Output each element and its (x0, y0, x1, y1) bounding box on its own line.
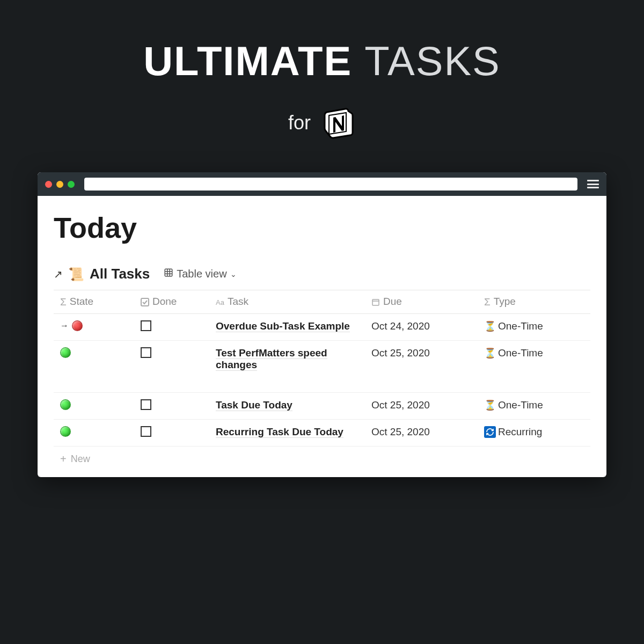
done-checkbox[interactable] (141, 426, 151, 437)
tasks-table: ΣState Done AaTask Due (54, 290, 590, 447)
hero-title: ULTIMATE TASKS (0, 38, 644, 84)
done-cell (134, 340, 209, 392)
chevron-down-icon: ⌄ (230, 270, 237, 279)
scroll-icon: 📜 (68, 267, 84, 282)
view-switcher[interactable]: Table view ⌄ (164, 268, 236, 280)
col-header-due[interactable]: Due (365, 290, 478, 314)
state-cell: → (54, 313, 134, 340)
svg-rect-0 (165, 269, 173, 276)
svg-rect-6 (372, 299, 379, 305)
state-cell (54, 392, 134, 419)
task-name: Test PerfMatters speed changes (216, 347, 327, 371)
table-header-row: ΣState Done AaTask Due (54, 290, 590, 314)
due-cell[interactable]: Oct 24, 2020 (365, 313, 478, 340)
due-cell[interactable]: Oct 25, 2020 (365, 392, 478, 419)
due-cell[interactable]: Oct 25, 2020 (365, 340, 478, 392)
col-header-type[interactable]: ΣType (478, 290, 590, 314)
checkbox-icon (141, 298, 149, 306)
done-checkbox[interactable] (141, 399, 151, 410)
task-name: Task Due Today (216, 399, 292, 411)
done-cell (134, 392, 209, 419)
type-cell: Recurring (478, 419, 590, 446)
sigma-icon: Σ (484, 296, 491, 308)
hourglass-icon: ⏳ (484, 399, 496, 411)
green-status-dot-icon (60, 426, 71, 437)
svg-rect-5 (141, 298, 149, 306)
hourglass-icon: ⏳ (484, 320, 496, 332)
state-cell (54, 340, 134, 392)
for-label: for (288, 112, 311, 134)
notion-page: Today ↗ 📜 All Tasks Table view ⌄ (38, 196, 606, 477)
table-row[interactable]: →Overdue Sub-Task ExampleOct 24, 2020⏳On… (54, 313, 590, 340)
task-cell[interactable]: Task Due Today (209, 392, 365, 419)
page-title: Today (54, 211, 590, 244)
task-name: Recurring Task Due Today (216, 426, 343, 438)
text-icon: Aa (216, 298, 224, 306)
task-cell[interactable]: Overdue Sub-Task Example (209, 313, 365, 340)
browser-titlebar (38, 172, 606, 196)
open-link-icon[interactable]: ↗ (54, 268, 63, 281)
col-header-state[interactable]: ΣState (54, 290, 134, 314)
hero: ULTIMATE TASKS for (0, 0, 644, 140)
database-header: ↗ 📜 All Tasks Table view ⌄ (54, 266, 590, 282)
done-checkbox[interactable] (141, 320, 151, 331)
col-header-done[interactable]: Done (134, 290, 209, 314)
database-title[interactable]: All Tasks (90, 266, 150, 282)
table-view-icon (164, 268, 173, 280)
traffic-lights (45, 181, 75, 188)
type-label: One-Time (498, 347, 543, 359)
type-label: Recurring (498, 426, 542, 438)
green-status-dot-icon (60, 399, 71, 410)
done-cell (134, 419, 209, 446)
view-label: Table view (177, 268, 226, 280)
calendar-icon (371, 298, 380, 306)
browser-window: Today ↗ 📜 All Tasks Table view ⌄ (38, 172, 606, 477)
type-label: One-Time (498, 399, 543, 411)
task-cell[interactable]: Recurring Task Due Today (209, 419, 365, 446)
task-name: Overdue Sub-Task Example (216, 320, 350, 332)
state-cell (54, 419, 134, 446)
table-row[interactable]: Recurring Task Due TodayOct 25, 2020Recu… (54, 419, 590, 446)
recurring-icon (484, 426, 496, 438)
new-row-button[interactable]: + New (54, 447, 590, 472)
maximize-dot-icon[interactable] (68, 181, 75, 188)
hero-title-thin: TASKS (364, 38, 501, 84)
done-checkbox[interactable] (141, 347, 151, 358)
hero-subline: for (0, 106, 644, 140)
hamburger-menu-icon[interactable] (587, 180, 599, 188)
col-header-task[interactable]: AaTask (209, 290, 365, 314)
subtask-arrow-icon: → (60, 321, 69, 331)
hero-title-bold: ULTIMATE (143, 38, 352, 84)
notion-logo-icon (321, 106, 356, 140)
table-row[interactable]: Task Due TodayOct 25, 2020⏳One-Time (54, 392, 590, 419)
due-cell[interactable]: Oct 25, 2020 (365, 419, 478, 446)
minimize-dot-icon[interactable] (56, 181, 63, 188)
type-cell: ⏳One-Time (478, 340, 590, 392)
type-label: One-Time (498, 320, 543, 332)
url-bar[interactable] (84, 178, 577, 191)
new-row-label: New (71, 453, 90, 465)
close-dot-icon[interactable] (45, 181, 52, 188)
sigma-icon: Σ (60, 296, 67, 308)
red-status-dot-icon (72, 320, 83, 331)
plus-icon: + (60, 453, 67, 465)
table-row[interactable]: Test PerfMatters speed changesOct 25, 20… (54, 340, 590, 392)
hourglass-icon: ⏳ (484, 347, 496, 359)
task-cell[interactable]: Test PerfMatters speed changes (209, 340, 365, 392)
type-cell: ⏳One-Time (478, 392, 590, 419)
done-cell (134, 313, 209, 340)
type-cell: ⏳One-Time (478, 313, 590, 340)
green-status-dot-icon (60, 347, 71, 358)
